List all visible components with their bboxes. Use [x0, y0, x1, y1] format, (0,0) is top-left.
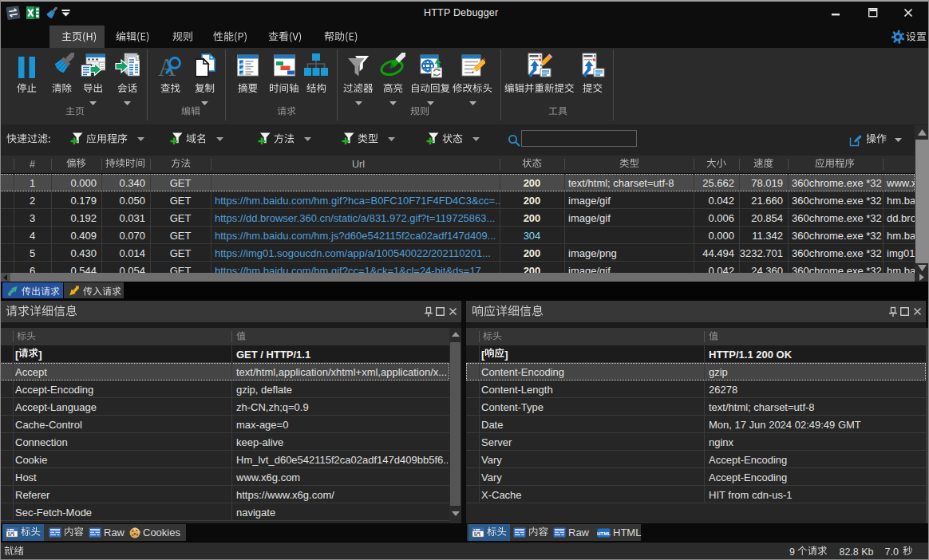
svg-text:HTML: HTML [597, 530, 611, 536]
